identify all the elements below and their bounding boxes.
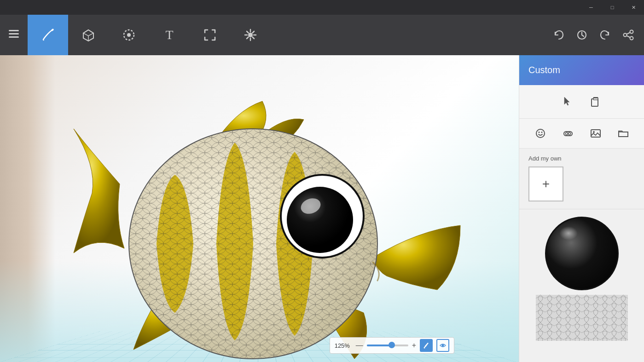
paste-tool-panel-button[interactable] <box>586 92 605 111</box>
close-button[interactable]: ✕ <box>623 0 644 15</box>
zoom-slider-thumb[interactable] <box>389 342 395 348</box>
svg-marker-5 <box>83 30 93 36</box>
scale-texture-inner <box>536 295 628 341</box>
svg-line-14 <box>247 31 249 33</box>
right-panel: Custom <box>519 55 644 362</box>
zoom-slider-track[interactable] <box>367 345 408 346</box>
text-icon: T <box>165 28 173 42</box>
toolbar-right-buttons <box>548 24 644 46</box>
mixed-reality-panel-button[interactable] <box>559 124 577 143</box>
image-panel-button[interactable] <box>586 124 605 143</box>
panel-header: Custom <box>519 55 644 85</box>
eye-texture-preview[interactable] <box>545 217 619 290</box>
fish-3d-model[interactable] <box>37 78 497 362</box>
svg-point-34 <box>287 187 353 253</box>
svg-rect-40 <box>593 97 598 98</box>
svg-point-21 <box>630 37 633 40</box>
add-my-own-section: Add my own + <box>519 149 644 206</box>
select-tool-button[interactable] <box>109 15 149 55</box>
panel-divider <box>519 209 644 209</box>
svg-rect-0 <box>9 30 19 31</box>
sticker-panel-button[interactable] <box>531 124 550 143</box>
svg-rect-2 <box>9 36 19 38</box>
scale-texture-preview[interactable] <box>536 295 628 341</box>
main-area: 125% — + Custom <box>0 55 644 362</box>
text-tool-button[interactable]: T <box>149 15 190 55</box>
svg-point-49 <box>593 131 595 133</box>
svg-line-22 <box>627 33 630 34</box>
share-button[interactable] <box>617 24 638 46</box>
svg-point-45 <box>565 132 568 135</box>
title-bar: ─ □ ✕ <box>0 0 644 15</box>
panel-title: Custom <box>528 65 560 75</box>
add-my-own-button[interactable]: + <box>528 167 563 201</box>
zoom-minus-button[interactable]: — <box>356 341 363 350</box>
svg-rect-1 <box>9 33 19 34</box>
svg-point-20 <box>630 30 633 34</box>
undo-button[interactable] <box>548 24 569 46</box>
tool-list: T <box>28 15 548 55</box>
eye-highlight <box>559 226 578 240</box>
canvas-area[interactable]: 125% — + <box>0 55 519 362</box>
toolbar: T <box>0 15 644 55</box>
svg-line-23 <box>627 36 630 38</box>
hamburger-icon <box>9 30 19 40</box>
eye-mode-button[interactable] <box>436 339 449 352</box>
svg-line-17 <box>247 37 249 39</box>
svg-rect-48 <box>591 130 600 137</box>
add-my-own-label: Add my own <box>528 155 635 162</box>
resize-tool-button[interactable] <box>190 15 230 55</box>
svg-point-43 <box>541 132 542 133</box>
svg-point-8 <box>127 33 131 37</box>
history-button[interactable] <box>571 24 592 46</box>
zoom-slider-fill <box>367 345 392 346</box>
zoom-percentage: 125% <box>335 342 352 349</box>
svg-point-42 <box>538 132 540 133</box>
svg-line-16 <box>253 31 255 33</box>
3d-object-tool-button[interactable] <box>68 15 109 55</box>
redo-button[interactable] <box>594 24 615 46</box>
svg-point-19 <box>624 34 627 37</box>
svg-point-36 <box>424 347 425 349</box>
effects-tool-button[interactable] <box>230 15 271 55</box>
svg-line-15 <box>253 37 255 39</box>
zoom-bar: 125% — + <box>330 337 454 354</box>
texture-preview-area[interactable] <box>519 212 644 362</box>
svg-point-37 <box>442 345 444 347</box>
folder-panel-button[interactable] <box>614 124 632 143</box>
pen-mode-button[interactable] <box>420 339 433 352</box>
svg-rect-51 <box>536 295 628 341</box>
maximize-button[interactable]: □ <box>602 0 623 15</box>
brush-tool-button[interactable] <box>28 15 68 55</box>
svg-point-46 <box>568 132 570 135</box>
zoom-plus-button[interactable]: + <box>412 341 416 350</box>
panel-icon-row-1 <box>519 85 644 119</box>
minimize-button[interactable]: ─ <box>580 0 602 15</box>
svg-point-9 <box>248 33 253 37</box>
cursor-tool-panel-button[interactable] <box>559 92 577 111</box>
panel-icon-row-2 <box>519 119 644 149</box>
hamburger-menu-button[interactable] <box>0 15 28 55</box>
svg-point-41 <box>536 129 545 138</box>
